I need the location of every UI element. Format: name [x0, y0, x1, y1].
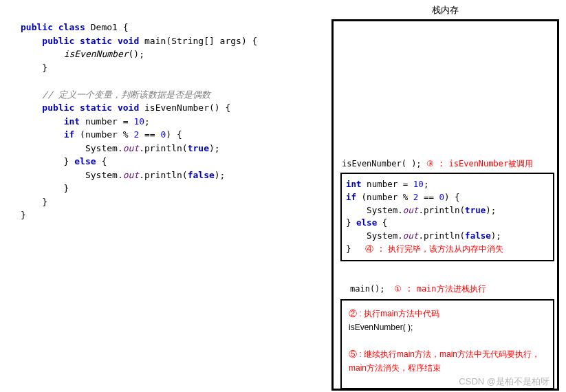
annotation-5: ⑤ : 继续执行main方法，main方法中无代码要执行，main方法消失，程序…	[349, 348, 549, 375]
code-line: }	[21, 195, 320, 209]
code-line: isEvenNumber();	[21, 47, 320, 61]
annotation-2: ② : 执行main方法中代码	[349, 307, 549, 321]
main-label: main();	[350, 284, 385, 294]
code-line: }	[21, 61, 320, 75]
code-line: if (number % 2 == 0) {	[21, 128, 320, 142]
code-panel: public class Demo1 { public static void …	[0, 0, 327, 392]
code-line: } else {	[346, 217, 550, 230]
code-line: if (number % 2 == 0) {	[346, 191, 550, 204]
code-line: public static void isEvenNumber() {	[21, 101, 320, 115]
stack-outer-box: isEvenNumber( ); ③ : isEvenNumber被调用 int…	[331, 19, 559, 391]
stack-frame-isEvenNumber: int number = 10; if (number % 2 == 0) { …	[340, 173, 554, 261]
code-line: public class Demo1 {	[21, 21, 320, 34]
comment-line: // 定义一个变量，判断该数据是否是偶数	[21, 88, 320, 102]
code-line: }	[21, 182, 320, 195]
code-line: System.out.println(true);	[346, 204, 550, 217]
code-line: int number = 10;	[21, 115, 320, 129]
code-line: System.out.println(false);	[21, 168, 320, 182]
code-line: } ④ : 执行完毕，该方法从内存中消失	[346, 243, 550, 256]
annotation-1: ① : main方法进栈执行	[394, 283, 486, 295]
stack-title: 栈内存	[331, 4, 559, 17]
annotation-3: isEvenNumber( ); ③ : isEvenNumber被调用	[342, 158, 533, 170]
code-line: } else {	[21, 155, 320, 168]
stack-panel: 栈内存 isEvenNumber( ); ③ : isEvenNumber被调用…	[327, 0, 566, 392]
code-line: System.out.println(true);	[21, 142, 320, 155]
blank-line	[21, 74, 320, 88]
call-label: isEvenNumber( );	[349, 321, 549, 335]
watermark: CSDN @是柏不是柏呀	[459, 375, 549, 388]
annotation-4: ④ : 执行完毕，该方法从内存中消失	[361, 244, 504, 254]
code-line: System.out.println(false);	[346, 230, 550, 243]
code-line: int number = 10;	[346, 178, 550, 191]
call-label: isEvenNumber( );	[342, 159, 422, 168]
annotation-text: ③ : isEvenNumber被调用	[426, 159, 533, 168]
code-line: public static void main(String[] args) {	[21, 34, 320, 48]
code-line: }	[21, 208, 320, 222]
